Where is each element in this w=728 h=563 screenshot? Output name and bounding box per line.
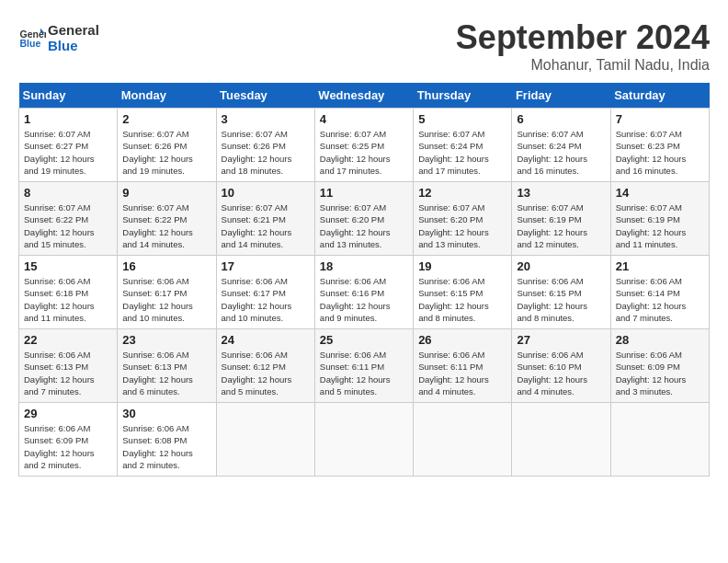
calendar-day-30: 30Sunrise: 6:06 AM Sunset: 6:08 PM Dayli… <box>118 403 216 477</box>
day-number: 18 <box>320 259 408 273</box>
day-info: Sunrise: 6:06 AM Sunset: 6:14 PM Dayligh… <box>616 275 704 324</box>
header-monday: Monday <box>118 83 216 109</box>
calendar-week-5: 29Sunrise: 6:06 AM Sunset: 6:09 PM Dayli… <box>19 403 710 477</box>
calendar-table: SundayMondayTuesdayWednesdayThursdayFrid… <box>18 83 710 477</box>
header-wednesday: Wednesday <box>314 83 413 109</box>
day-info: Sunrise: 6:06 AM Sunset: 6:08 PM Dayligh… <box>122 422 210 471</box>
logo-icon: General Blue <box>18 25 46 52</box>
day-info: Sunrise: 6:06 AM Sunset: 6:17 PM Dayligh… <box>222 275 310 324</box>
logo-text-line1: General <box>48 23 99 39</box>
day-info: Sunrise: 6:06 AM Sunset: 6:15 PM Dayligh… <box>418 275 506 324</box>
day-info: Sunrise: 6:06 AM Sunset: 6:15 PM Dayligh… <box>517 275 605 324</box>
calendar-day-4: 4Sunrise: 6:07 AM Sunset: 6:25 PM Daylig… <box>314 109 413 182</box>
day-info: Sunrise: 6:07 AM Sunset: 6:20 PM Dayligh… <box>418 201 506 250</box>
calendar-day-9: 9Sunrise: 6:07 AM Sunset: 6:22 PM Daylig… <box>118 182 216 256</box>
calendar-week-4: 22Sunrise: 6:06 AM Sunset: 6:13 PM Dayli… <box>19 329 710 403</box>
day-info: Sunrise: 6:06 AM Sunset: 6:09 PM Dayligh… <box>616 349 704 397</box>
day-number: 16 <box>122 259 210 273</box>
calendar-day-5: 5Sunrise: 6:07 AM Sunset: 6:24 PM Daylig… <box>414 109 512 182</box>
day-number: 11 <box>320 186 408 200</box>
calendar-day-15: 15Sunrise: 6:06 AM Sunset: 6:18 PM Dayli… <box>19 256 118 329</box>
calendar-day-29: 29Sunrise: 6:06 AM Sunset: 6:09 PM Dayli… <box>19 403 118 477</box>
day-info: Sunrise: 6:07 AM Sunset: 6:19 PM Dayligh… <box>517 201 605 250</box>
calendar-day-empty <box>314 403 413 477</box>
day-number: 5 <box>418 112 506 126</box>
day-number: 24 <box>222 333 310 347</box>
day-number: 8 <box>24 186 112 200</box>
day-number: 13 <box>517 186 605 200</box>
calendar-day-1: 1Sunrise: 6:07 AM Sunset: 6:27 PM Daylig… <box>19 109 118 182</box>
day-number: 7 <box>616 112 704 126</box>
day-number: 27 <box>517 333 605 347</box>
calendar-day-14: 14Sunrise: 6:07 AM Sunset: 6:19 PM Dayli… <box>610 182 709 256</box>
calendar-day-23: 23Sunrise: 6:06 AM Sunset: 6:13 PM Dayli… <box>118 329 216 403</box>
calendar-day-27: 27Sunrise: 6:06 AM Sunset: 6:10 PM Dayli… <box>512 329 610 403</box>
day-number: 19 <box>418 259 506 273</box>
day-info: Sunrise: 6:06 AM Sunset: 6:11 PM Dayligh… <box>320 349 408 397</box>
day-number: 21 <box>616 259 704 273</box>
calendar-week-2: 8Sunrise: 6:07 AM Sunset: 6:22 PM Daylig… <box>19 182 710 256</box>
day-number: 29 <box>24 407 112 420</box>
day-info: Sunrise: 6:06 AM Sunset: 6:17 PM Dayligh… <box>122 275 210 324</box>
day-number: 6 <box>517 112 605 126</box>
logo: General Blue General Blue <box>18 23 99 53</box>
day-info: Sunrise: 6:06 AM Sunset: 6:16 PM Dayligh… <box>320 275 408 324</box>
day-number: 17 <box>222 259 310 273</box>
day-info: Sunrise: 6:07 AM Sunset: 6:24 PM Dayligh… <box>418 128 506 177</box>
day-info: Sunrise: 6:07 AM Sunset: 6:19 PM Dayligh… <box>616 201 704 250</box>
day-info: Sunrise: 6:06 AM Sunset: 6:10 PM Dayligh… <box>517 349 605 397</box>
day-info: Sunrise: 6:06 AM Sunset: 6:12 PM Dayligh… <box>222 349 310 397</box>
calendar-day-21: 21Sunrise: 6:06 AM Sunset: 6:14 PM Dayli… <box>610 256 709 329</box>
calendar-day-3: 3Sunrise: 6:07 AM Sunset: 6:26 PM Daylig… <box>216 109 314 182</box>
day-info: Sunrise: 6:07 AM Sunset: 6:21 PM Dayligh… <box>222 201 310 250</box>
day-number: 22 <box>24 333 112 347</box>
calendar-day-10: 10Sunrise: 6:07 AM Sunset: 6:21 PM Dayli… <box>216 182 314 256</box>
calendar-day-empty <box>610 403 709 477</box>
header-thursday: Thursday <box>414 83 512 109</box>
calendar-day-7: 7Sunrise: 6:07 AM Sunset: 6:23 PM Daylig… <box>610 109 709 182</box>
day-number: 1 <box>24 112 112 126</box>
day-info: Sunrise: 6:07 AM Sunset: 6:26 PM Dayligh… <box>122 128 210 177</box>
calendar-day-22: 22Sunrise: 6:06 AM Sunset: 6:13 PM Dayli… <box>19 329 118 403</box>
location: Mohanur, Tamil Nadu, India <box>456 57 710 74</box>
day-number: 20 <box>517 259 605 273</box>
header-friday: Friday <box>512 83 610 109</box>
header-sunday: Sunday <box>19 83 118 109</box>
day-info: Sunrise: 6:06 AM Sunset: 6:13 PM Dayligh… <box>24 349 112 397</box>
day-number: 26 <box>418 333 506 347</box>
day-info: Sunrise: 6:06 AM Sunset: 6:09 PM Dayligh… <box>24 422 112 471</box>
calendar-day-empty <box>414 403 512 477</box>
day-info: Sunrise: 6:07 AM Sunset: 6:25 PM Dayligh… <box>320 128 408 177</box>
day-info: Sunrise: 6:07 AM Sunset: 6:22 PM Dayligh… <box>122 201 210 250</box>
calendar-day-13: 13Sunrise: 6:07 AM Sunset: 6:19 PM Dayli… <box>512 182 610 256</box>
calendar-header-row: SundayMondayTuesdayWednesdayThursdayFrid… <box>19 83 710 109</box>
logo-text-line2: Blue <box>48 39 99 54</box>
day-number: 28 <box>616 333 704 347</box>
page-header: General Blue General Blue September 2024… <box>18 18 710 74</box>
calendar-day-26: 26Sunrise: 6:06 AM Sunset: 6:11 PM Dayli… <box>414 329 512 403</box>
calendar-day-24: 24Sunrise: 6:06 AM Sunset: 6:12 PM Dayli… <box>216 329 314 403</box>
calendar-day-empty <box>216 403 314 477</box>
calendar-week-1: 1Sunrise: 6:07 AM Sunset: 6:27 PM Daylig… <box>19 109 710 182</box>
calendar-day-19: 19Sunrise: 6:06 AM Sunset: 6:15 PM Dayli… <box>414 256 512 329</box>
day-number: 30 <box>122 407 210 420</box>
day-info: Sunrise: 6:07 AM Sunset: 6:26 PM Dayligh… <box>222 128 310 177</box>
day-info: Sunrise: 6:06 AM Sunset: 6:11 PM Dayligh… <box>418 349 506 397</box>
calendar-day-17: 17Sunrise: 6:06 AM Sunset: 6:17 PM Dayli… <box>216 256 314 329</box>
day-info: Sunrise: 6:07 AM Sunset: 6:23 PM Dayligh… <box>616 128 704 177</box>
day-info: Sunrise: 6:06 AM Sunset: 6:13 PM Dayligh… <box>122 349 210 397</box>
header-saturday: Saturday <box>610 83 709 109</box>
day-number: 9 <box>122 186 210 200</box>
calendar-day-28: 28Sunrise: 6:06 AM Sunset: 6:09 PM Dayli… <box>610 329 709 403</box>
calendar-day-8: 8Sunrise: 6:07 AM Sunset: 6:22 PM Daylig… <box>19 182 118 256</box>
calendar-week-3: 15Sunrise: 6:06 AM Sunset: 6:18 PM Dayli… <box>19 256 710 329</box>
title-block: September 2024 Mohanur, Tamil Nadu, Indi… <box>456 18 710 74</box>
day-number: 23 <box>122 333 210 347</box>
day-number: 3 <box>222 112 310 126</box>
header-tuesday: Tuesday <box>216 83 314 109</box>
calendar-day-20: 20Sunrise: 6:06 AM Sunset: 6:15 PM Dayli… <box>512 256 610 329</box>
day-info: Sunrise: 6:06 AM Sunset: 6:18 PM Dayligh… <box>24 275 112 324</box>
calendar-day-empty <box>512 403 610 477</box>
calendar-day-12: 12Sunrise: 6:07 AM Sunset: 6:20 PM Dayli… <box>414 182 512 256</box>
day-info: Sunrise: 6:07 AM Sunset: 6:24 PM Dayligh… <box>517 128 605 177</box>
